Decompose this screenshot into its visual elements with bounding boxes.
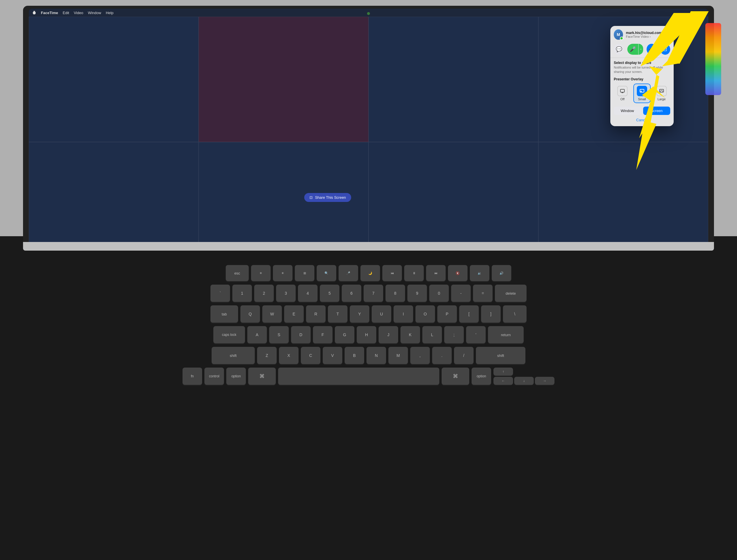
command-right-key[interactable]: ⌘ [441,368,469,385]
f5-key[interactable]: 🎤 [339,265,358,281]
f3-key[interactable]: ⊞ [295,265,315,281]
c-key[interactable]: C [301,347,321,364]
v-key[interactable]: V [323,347,342,364]
capslock-key[interactable]: caps lock [213,326,245,343]
option-left-key[interactable]: option [226,368,246,385]
p-key[interactable]: P [437,305,457,323]
menubar-window[interactable]: Window [88,11,101,15]
equals-key[interactable]: = [473,285,492,302]
f-key[interactable]: F [313,326,333,343]
overlay-option-small[interactable]: Small [633,84,651,103]
7-key[interactable]: 7 [364,285,383,302]
tab-key[interactable]: tab [211,305,238,323]
quote-key[interactable]: ' [466,326,486,343]
n-key[interactable]: N [367,347,386,364]
x-key[interactable]: X [279,347,299,364]
shift-left-key[interactable]: shift [212,347,255,364]
command-left-key[interactable]: ⌘ [248,368,276,385]
shift-right-key[interactable]: shift [476,347,525,364]
period-key[interactable]: . [432,347,452,364]
screen-share-button[interactable]: ⊡ [660,44,670,55]
menubar-help[interactable]: Help [106,11,113,15]
backslash-key[interactable]: \ [503,305,526,323]
9-key[interactable]: 9 [407,285,427,302]
k-key[interactable]: K [400,326,420,343]
arrow-up-key[interactable]: ↑ [493,368,513,376]
1-key[interactable]: 1 [232,285,252,302]
delete-key[interactable]: delete [495,285,526,302]
s-key[interactable]: S [269,326,289,343]
f8-key[interactable]: ⏸ [404,265,424,281]
arrow-down-key[interactable]: ↓ [514,377,534,385]
2-key[interactable]: 2 [254,285,274,302]
esc-key[interactable]: esc [226,265,249,281]
menubar-edit[interactable]: Edit [63,11,69,15]
h-key[interactable]: H [357,326,376,343]
f2-key[interactable]: ☀ [273,265,293,281]
arrow-right-key[interactable]: → [535,377,554,385]
j-key[interactable]: J [378,326,398,343]
z-key[interactable]: Z [257,347,277,364]
f1-key[interactable]: ☀ [251,265,271,281]
q-key[interactable]: Q [240,305,260,323]
apple-menu[interactable] [32,11,36,15]
share-screen-icon: ⊡ [310,195,313,200]
menubar-app-name[interactable]: FaceTime [41,11,58,15]
lbracket-key[interactable]: [ [459,305,479,323]
video-button[interactable]: 📹 [647,44,657,55]
message-button[interactable]: 💬 [614,44,624,55]
g-key[interactable]: G [335,326,355,343]
l-key[interactable]: L [422,326,442,343]
i-key[interactable]: I [393,305,413,323]
3-key[interactable]: 3 [276,285,296,302]
y-key[interactable]: Y [350,305,369,323]
t-key[interactable]: T [328,305,348,323]
b-key[interactable]: B [345,347,364,364]
a-key[interactable]: A [247,326,267,343]
u-key[interactable]: U [372,305,391,323]
f6-key[interactable]: 🌙 [361,265,380,281]
backtick-key[interactable]: ` [211,285,230,302]
semicolon-key[interactable]: ; [444,326,464,343]
overlay-option-large[interactable]: Large [653,84,670,103]
f9-key[interactable]: ⏭ [426,265,446,281]
rbracket-key[interactable]: ] [481,305,501,323]
minus-key[interactable]: - [451,285,471,302]
share-screen-label: Share This Screen [315,195,346,200]
e-key[interactable]: E [284,305,304,323]
mic-chevron[interactable] [638,44,643,55]
fn-key[interactable]: fn [183,368,202,385]
f4-key[interactable]: 🔍 [317,265,336,281]
popup-toolbar: 💬 🎤 📹 ⊡ [610,42,674,58]
w-key[interactable]: W [262,305,282,323]
f10-key[interactable]: 🔇 [448,265,467,281]
o-key[interactable]: O [415,305,435,323]
f12-key[interactable]: 🔊 [492,265,511,281]
return-key[interactable]: return [488,326,524,343]
popup-close-button[interactable]: × [664,31,670,38]
overlay-option-off[interactable]: Off [614,84,631,103]
option-right-key[interactable]: option [471,368,491,385]
mic-button[interactable]: 🎤 [627,44,638,55]
slash-key[interactable]: / [454,347,473,364]
control-key[interactable]: control [204,368,224,385]
8-key[interactable]: 8 [385,285,405,302]
d-key[interactable]: D [291,326,311,343]
comma-key[interactable]: , [410,347,430,364]
arrow-left-key[interactable]: ← [493,377,513,385]
f7-key[interactable]: ⏮ [382,265,402,281]
screen-button[interactable]: Screen [643,107,670,115]
share-this-screen-button[interactable]: ⊡ Share This Screen [304,193,351,202]
f11-key[interactable]: 🔉 [470,265,489,281]
5-key[interactable]: 5 [320,285,340,302]
m-key[interactable]: M [388,347,408,364]
6-key[interactable]: 6 [342,285,361,302]
cancel-button[interactable]: Cancel [636,118,648,122]
0-key[interactable]: 0 [429,285,449,302]
spacebar-key[interactable] [278,368,439,385]
4-key[interactable]: 4 [298,285,318,302]
r-key[interactable]: R [306,305,326,323]
menubar-video[interactable]: Video [74,11,83,15]
window-button[interactable]: Window [614,107,641,115]
share-type-buttons: Window Screen [614,107,670,115]
